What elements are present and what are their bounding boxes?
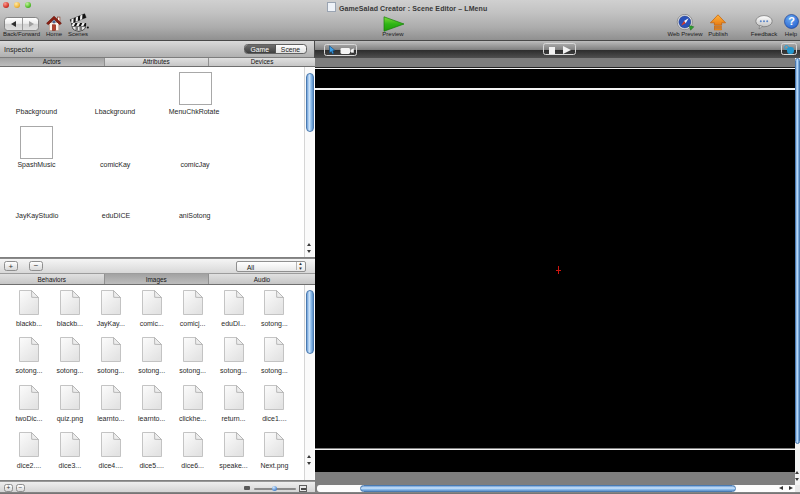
svg-text:?: ?	[788, 16, 795, 28]
